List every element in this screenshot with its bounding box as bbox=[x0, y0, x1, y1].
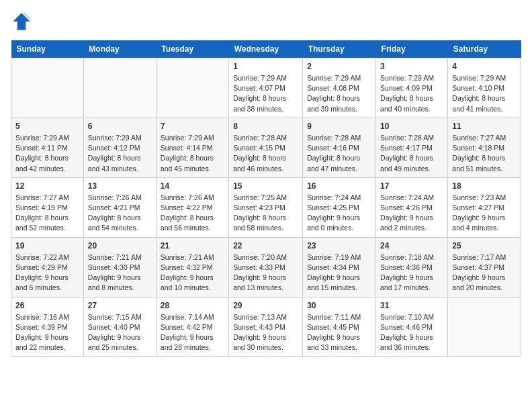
column-header-friday: Friday bbox=[376, 40, 448, 58]
day-info: Sunrise: 7:29 AM Sunset: 4:14 PM Dayligh… bbox=[161, 133, 224, 174]
calendar-cell: 17Sunrise: 7:24 AM Sunset: 4:26 PM Dayli… bbox=[376, 177, 448, 237]
day-number: 20 bbox=[88, 241, 152, 250]
calendar-cell: 7Sunrise: 7:29 AM Sunset: 4:14 PM Daylig… bbox=[156, 118, 228, 177]
calendar-cell: 12Sunrise: 7:27 AM Sunset: 4:19 PM Dayli… bbox=[11, 177, 84, 237]
calendar-week-row: 1Sunrise: 7:29 AM Sunset: 4:07 PM Daylig… bbox=[11, 58, 521, 118]
day-number: 6 bbox=[88, 122, 152, 131]
day-number: 15 bbox=[233, 181, 298, 191]
calendar-cell bbox=[83, 58, 156, 118]
day-info: Sunrise: 7:26 AM Sunset: 4:21 PM Dayligh… bbox=[88, 193, 152, 234]
day-number: 29 bbox=[233, 301, 298, 310]
page-header bbox=[11, 11, 521, 32]
calendar-cell: 20Sunrise: 7:21 AM Sunset: 4:30 PM Dayli… bbox=[83, 237, 156, 297]
day-info: Sunrise: 7:19 AM Sunset: 4:34 PM Dayligh… bbox=[307, 253, 371, 293]
column-header-sunday: Sunday bbox=[11, 40, 84, 58]
day-info: Sunrise: 7:18 AM Sunset: 4:36 PM Dayligh… bbox=[380, 253, 443, 293]
calendar-week-row: 12Sunrise: 7:27 AM Sunset: 4:19 PM Dayli… bbox=[11, 177, 521, 237]
calendar-table: SundayMondayTuesdayWednesdayThursdayFrid… bbox=[11, 40, 521, 357]
day-number: 9 bbox=[307, 122, 371, 131]
calendar-cell: 8Sunrise: 7:28 AM Sunset: 4:15 PM Daylig… bbox=[229, 118, 303, 177]
column-header-thursday: Thursday bbox=[303, 40, 376, 58]
day-number: 25 bbox=[452, 241, 517, 250]
day-info: Sunrise: 7:27 AM Sunset: 4:18 PM Dayligh… bbox=[452, 133, 517, 174]
day-number: 17 bbox=[380, 181, 443, 191]
calendar-cell: 21Sunrise: 7:21 AM Sunset: 4:32 PM Dayli… bbox=[156, 237, 228, 297]
calendar-cell: 15Sunrise: 7:25 AM Sunset: 4:23 PM Dayli… bbox=[229, 177, 303, 237]
day-number: 14 bbox=[161, 181, 224, 191]
calendar-cell: 4Sunrise: 7:29 AM Sunset: 4:10 PM Daylig… bbox=[448, 58, 521, 118]
day-number: 8 bbox=[233, 122, 298, 131]
day-info: Sunrise: 7:15 AM Sunset: 4:40 PM Dayligh… bbox=[88, 312, 152, 353]
day-number: 31 bbox=[380, 301, 443, 310]
calendar-week-row: 26Sunrise: 7:16 AM Sunset: 4:39 PM Dayli… bbox=[11, 297, 521, 357]
day-info: Sunrise: 7:29 AM Sunset: 4:08 PM Dayligh… bbox=[307, 73, 371, 114]
calendar-cell: 26Sunrise: 7:16 AM Sunset: 4:39 PM Dayli… bbox=[11, 297, 84, 357]
calendar-cell: 14Sunrise: 7:26 AM Sunset: 4:22 PM Dayli… bbox=[156, 177, 228, 237]
calendar-cell: 16Sunrise: 7:24 AM Sunset: 4:25 PM Dayli… bbox=[303, 177, 376, 237]
day-info: Sunrise: 7:28 AM Sunset: 4:16 PM Dayligh… bbox=[307, 133, 371, 174]
calendar-cell: 5Sunrise: 7:29 AM Sunset: 4:11 PM Daylig… bbox=[11, 118, 84, 177]
calendar-header-row: SundayMondayTuesdayWednesdayThursdayFrid… bbox=[11, 40, 521, 58]
calendar-cell bbox=[156, 58, 228, 118]
day-number: 12 bbox=[15, 181, 79, 191]
day-info: Sunrise: 7:11 AM Sunset: 4:45 PM Dayligh… bbox=[307, 312, 371, 353]
calendar-cell: 29Sunrise: 7:13 AM Sunset: 4:43 PM Dayli… bbox=[229, 297, 303, 357]
day-number: 1 bbox=[233, 62, 298, 71]
calendar-cell: 24Sunrise: 7:18 AM Sunset: 4:36 PM Dayli… bbox=[376, 237, 448, 297]
day-info: Sunrise: 7:14 AM Sunset: 4:42 PM Dayligh… bbox=[161, 312, 224, 353]
day-info: Sunrise: 7:29 AM Sunset: 4:10 PM Dayligh… bbox=[452, 73, 517, 114]
calendar-cell: 1Sunrise: 7:29 AM Sunset: 4:07 PM Daylig… bbox=[229, 58, 303, 118]
calendar-cell: 9Sunrise: 7:28 AM Sunset: 4:16 PM Daylig… bbox=[303, 118, 376, 177]
day-info: Sunrise: 7:24 AM Sunset: 4:26 PM Dayligh… bbox=[380, 193, 443, 234]
day-info: Sunrise: 7:25 AM Sunset: 4:23 PM Dayligh… bbox=[233, 193, 298, 234]
day-info: Sunrise: 7:21 AM Sunset: 4:32 PM Dayligh… bbox=[161, 253, 224, 293]
calendar-cell: 19Sunrise: 7:22 AM Sunset: 4:29 PM Dayli… bbox=[11, 237, 84, 297]
day-info: Sunrise: 7:16 AM Sunset: 4:39 PM Dayligh… bbox=[15, 312, 79, 353]
calendar-cell: 22Sunrise: 7:20 AM Sunset: 4:33 PM Dayli… bbox=[229, 237, 303, 297]
day-info: Sunrise: 7:17 AM Sunset: 4:37 PM Dayligh… bbox=[452, 253, 517, 293]
day-number: 27 bbox=[88, 301, 152, 310]
calendar-cell: 27Sunrise: 7:15 AM Sunset: 4:40 PM Dayli… bbox=[83, 297, 156, 357]
day-number: 2 bbox=[307, 62, 371, 71]
day-number: 23 bbox=[307, 241, 371, 250]
column-header-saturday: Saturday bbox=[448, 40, 521, 58]
svg-marker-0 bbox=[13, 13, 30, 30]
calendar-cell: 23Sunrise: 7:19 AM Sunset: 4:34 PM Dayli… bbox=[303, 237, 376, 297]
day-number: 24 bbox=[380, 241, 443, 250]
day-info: Sunrise: 7:29 AM Sunset: 4:09 PM Dayligh… bbox=[380, 73, 443, 114]
calendar-cell: 18Sunrise: 7:23 AM Sunset: 4:27 PM Dayli… bbox=[448, 177, 521, 237]
day-number: 19 bbox=[15, 241, 79, 250]
logo bbox=[11, 11, 35, 32]
column-header-tuesday: Tuesday bbox=[156, 40, 228, 58]
day-number: 16 bbox=[307, 181, 371, 191]
day-number: 5 bbox=[15, 122, 79, 131]
calendar-cell bbox=[448, 297, 521, 357]
day-info: Sunrise: 7:24 AM Sunset: 4:25 PM Dayligh… bbox=[307, 193, 371, 234]
day-info: Sunrise: 7:28 AM Sunset: 4:17 PM Dayligh… bbox=[380, 133, 443, 174]
day-info: Sunrise: 7:20 AM Sunset: 4:33 PM Dayligh… bbox=[233, 253, 298, 293]
column-header-wednesday: Wednesday bbox=[229, 40, 303, 58]
day-number: 11 bbox=[452, 122, 517, 131]
calendar-cell: 6Sunrise: 7:29 AM Sunset: 4:12 PM Daylig… bbox=[83, 118, 156, 177]
calendar-cell: 13Sunrise: 7:26 AM Sunset: 4:21 PM Dayli… bbox=[83, 177, 156, 237]
day-info: Sunrise: 7:13 AM Sunset: 4:43 PM Dayligh… bbox=[233, 312, 298, 353]
day-info: Sunrise: 7:29 AM Sunset: 4:11 PM Dayligh… bbox=[15, 133, 79, 174]
calendar-week-row: 5Sunrise: 7:29 AM Sunset: 4:11 PM Daylig… bbox=[11, 118, 521, 177]
day-info: Sunrise: 7:29 AM Sunset: 4:12 PM Dayligh… bbox=[88, 133, 152, 174]
calendar-cell bbox=[11, 58, 84, 118]
day-number: 28 bbox=[161, 301, 224, 310]
day-number: 10 bbox=[380, 122, 443, 131]
day-info: Sunrise: 7:28 AM Sunset: 4:15 PM Dayligh… bbox=[233, 133, 298, 174]
logo-icon bbox=[11, 11, 32, 32]
calendar-cell: 10Sunrise: 7:28 AM Sunset: 4:17 PM Dayli… bbox=[376, 118, 448, 177]
day-info: Sunrise: 7:29 AM Sunset: 4:07 PM Dayligh… bbox=[233, 73, 298, 114]
day-info: Sunrise: 7:26 AM Sunset: 4:22 PM Dayligh… bbox=[161, 193, 224, 234]
day-number: 3 bbox=[380, 62, 443, 71]
calendar-cell: 3Sunrise: 7:29 AM Sunset: 4:09 PM Daylig… bbox=[376, 58, 448, 118]
calendar-cell: 28Sunrise: 7:14 AM Sunset: 4:42 PM Dayli… bbox=[156, 297, 228, 357]
day-info: Sunrise: 7:23 AM Sunset: 4:27 PM Dayligh… bbox=[452, 193, 517, 234]
calendar-cell: 2Sunrise: 7:29 AM Sunset: 4:08 PM Daylig… bbox=[303, 58, 376, 118]
day-number: 22 bbox=[233, 241, 298, 250]
day-info: Sunrise: 7:27 AM Sunset: 4:19 PM Dayligh… bbox=[15, 193, 79, 234]
day-number: 26 bbox=[15, 301, 79, 310]
